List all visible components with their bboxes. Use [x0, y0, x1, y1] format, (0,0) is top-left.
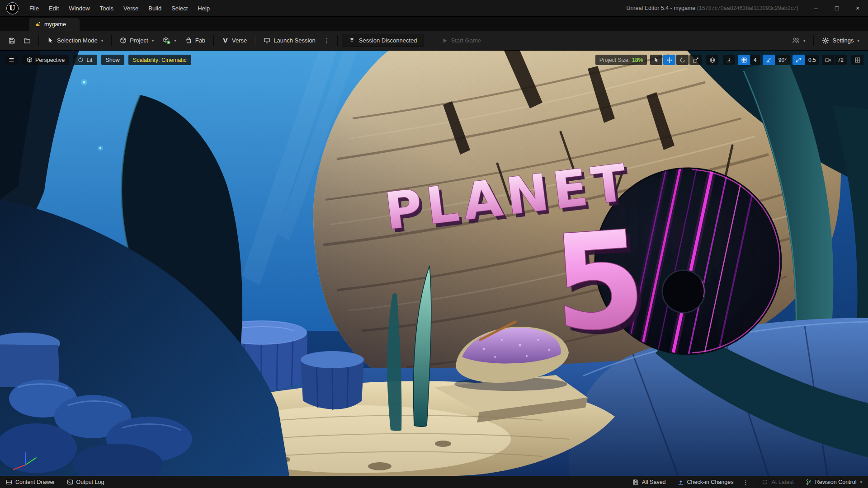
menu-file[interactable]: File [24, 0, 44, 16]
unreal-logo[interactable]: U [0, 0, 24, 16]
selection-mode-dropdown[interactable]: Selection Mode ▾ [43, 34, 107, 47]
camera-icon [825, 57, 831, 63]
surface-snap-button[interactable] [723, 55, 735, 65]
globe-icon [709, 57, 716, 63]
maximize-viewport-button[interactable] [851, 55, 863, 65]
launch-options-kebab[interactable]: ⋮ [321, 36, 333, 45]
scene-render: PLANET PLANET 5 5 [0, 51, 868, 476]
axis-gizmo [10, 447, 42, 472]
content-browser-button[interactable] [20, 34, 34, 47]
content-drawer-label: Content Drawer [15, 479, 55, 485]
scale-tool-button[interactable] [689, 55, 702, 65]
rotation-snap-group: 90° [763, 55, 790, 65]
drawer-icon [6, 479, 12, 485]
world-coordinate-button[interactable] [706, 55, 718, 65]
add-content-dropdown[interactable]: ▾ [159, 33, 180, 47]
settings-dropdown[interactable]: Settings ▾ [818, 34, 863, 47]
transform-tools: 4 90° 0.5 72 [650, 55, 863, 65]
menu-window[interactable]: Window [64, 0, 94, 16]
menu-help[interactable]: Help [193, 0, 215, 16]
menu-build[interactable]: Build [143, 0, 166, 16]
all-saved-indicator[interactable]: All Saved [627, 476, 672, 488]
menu-select[interactable]: Select [166, 0, 193, 16]
output-log-label: Output Log [76, 479, 104, 485]
all-saved-label: All Saved [642, 479, 666, 485]
scale-snap-icon [795, 57, 802, 63]
statusbar-separator [754, 479, 754, 485]
project-size-value: 18% [632, 57, 643, 63]
rotate-tool-button[interactable] [676, 55, 689, 65]
scale-snap-group: 0.5 [793, 55, 819, 65]
show-label: Show [106, 57, 120, 63]
menu-edit[interactable]: Edit [44, 0, 64, 16]
check-in-changes-button[interactable]: Check-in Changes [672, 476, 740, 488]
revision-control-label: Revision Control [815, 479, 857, 485]
tab-label: mygame [44, 21, 66, 28]
project-size-label: Project Size: [599, 57, 630, 63]
view-mode-dropdown[interactable]: Lit [73, 55, 97, 65]
selection-mode-label: Selection Mode [57, 37, 98, 44]
viewport-options-menu-button[interactable] [5, 55, 18, 65]
toolbar-separator [213, 35, 214, 46]
menu-verse[interactable]: Verse [118, 0, 143, 16]
viewport-3d[interactable]: PLANET PLANET 5 5 [0, 51, 868, 476]
maximize-button[interactable]: □ [826, 0, 847, 17]
title-bar: U File Edit Window Tools Verse Build Sel… [0, 0, 868, 17]
unreal-editor-window: U File Edit Window Tools Verse Build Sel… [0, 0, 868, 488]
project-dropdown[interactable]: Project ▾ [116, 34, 158, 47]
statusbar-right: All Saved Check-in Changes ⋮ At Latest R… [627, 476, 868, 488]
minimize-button[interactable]: – [806, 0, 826, 17]
perspective-dropdown[interactable]: Perspective [22, 55, 69, 65]
toolbar-separator [337, 35, 338, 46]
chevron-down-icon: ▾ [152, 38, 154, 43]
show-flags-dropdown[interactable]: Show [101, 55, 124, 65]
content-drawer-button[interactable]: Content Drawer [0, 476, 61, 488]
network-icon [349, 37, 355, 44]
unreal-logo-badge: U [6, 2, 19, 14]
verse-button[interactable]: Verse [218, 34, 251, 47]
scale-snap-value[interactable]: 0.5 [805, 55, 819, 65]
grid-snap-value[interactable]: 4 [750, 55, 760, 65]
launch-session-icon [264, 37, 270, 44]
status-bar: Content Drawer Output Log All Saved Chec… [0, 476, 868, 488]
output-log-button[interactable]: Output Log [61, 476, 110, 488]
chevron-down-icon: ▾ [101, 38, 104, 43]
session-status-label: Session Disconnected [359, 37, 417, 44]
project-size-indicator[interactable]: Project Size: 18% [595, 55, 647, 65]
settings-label: Settings [832, 37, 854, 44]
scale-snap-button[interactable] [793, 55, 805, 65]
save-button[interactable] [5, 34, 19, 47]
tab-mygame[interactable]: mygame [29, 18, 80, 31]
scalability-badge[interactable]: Scalability: Cinematic [128, 55, 191, 65]
session-status[interactable]: Session Disconnected [342, 34, 424, 47]
rotation-snap-value[interactable]: 90° [775, 55, 790, 65]
rotate-icon [679, 57, 686, 63]
menu-tools[interactable]: Tools [95, 0, 118, 16]
grid-snap-button[interactable] [738, 55, 750, 65]
rotation-snap-button[interactable] [763, 55, 775, 65]
move-icon [666, 57, 673, 63]
chevron-down-icon: ▾ [174, 38, 176, 43]
check-in-label: Check-in Changes [687, 479, 734, 485]
refresh-icon [762, 479, 768, 485]
maximize-viewport-icon [854, 57, 861, 63]
move-tool-button[interactable] [663, 55, 675, 65]
revision-control-dropdown[interactable]: Revision Control ▾ [800, 476, 868, 488]
folder-icon [24, 37, 31, 44]
camera-speed-button[interactable] [822, 55, 834, 65]
gear-icon [822, 37, 829, 44]
grid-snap-group: 4 [738, 55, 760, 65]
branch-icon [806, 479, 812, 485]
close-button[interactable]: × [847, 0, 868, 17]
select-tool-button[interactable] [650, 55, 662, 65]
toolbar-separator [255, 35, 255, 46]
start-game-button[interactable]: Start Game [438, 34, 485, 47]
fab-button[interactable]: Fab [181, 34, 209, 47]
collaborators-dropdown[interactable]: ▾ [788, 33, 810, 47]
at-latest-button[interactable]: At Latest [756, 476, 799, 488]
chevron-down-icon: ▾ [803, 38, 806, 43]
camera-speed-value[interactable]: 72 [835, 55, 847, 65]
launch-session-button[interactable]: Launch Session [259, 34, 320, 47]
source-control-kebab[interactable]: ⋮ [739, 476, 752, 488]
scene-number-text[interactable]: 5 5 [548, 202, 655, 366]
